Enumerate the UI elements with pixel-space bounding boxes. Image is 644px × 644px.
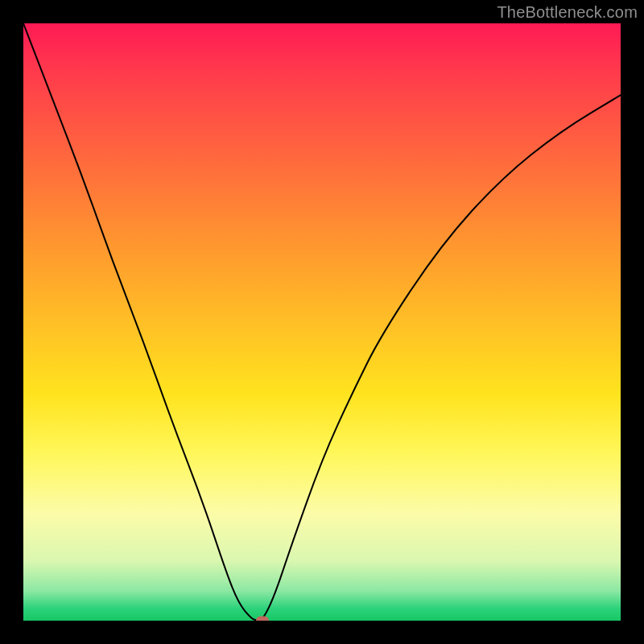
curve-svg <box>23 23 621 621</box>
plot-area <box>23 23 621 621</box>
watermark-text: TheBottleneck.com <box>497 3 638 22</box>
bottleneck-curve <box>23 23 621 621</box>
optimal-marker <box>256 617 269 621</box>
chart-root: TheBottleneck.com <box>0 0 644 644</box>
